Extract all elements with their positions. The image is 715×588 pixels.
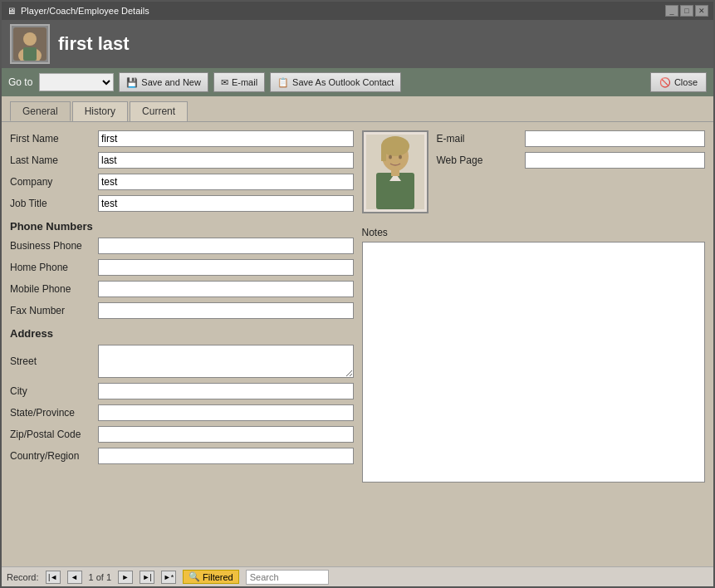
address-title: Address (10, 327, 354, 340)
main-window: 🖥 Player/Coach/Employee Details _ □ ✕ fi… (0, 0, 715, 588)
person-icon (13, 27, 47, 61)
record-prev-button[interactable]: ◄ (67, 571, 82, 584)
email-row: E-mail (437, 130, 706, 147)
notes-textarea[interactable] (362, 242, 706, 483)
city-row: City (10, 383, 354, 399)
email-icon: ✉ (221, 77, 228, 88)
company-input[interactable] (98, 174, 354, 190)
phone-numbers-title: Phone Numbers (10, 220, 354, 233)
header-icon (10, 24, 50, 64)
save-outlook-button[interactable]: 📋 Save As Outlook Contact (270, 72, 401, 92)
goto-label: Go to (8, 76, 32, 88)
mobile-phone-row: Mobile Phone (10, 281, 354, 297)
content-area: First Name Last Name Company Job Title P… (2, 121, 713, 566)
close-window-button[interactable]: ✕ (695, 5, 708, 17)
avatar-image (366, 135, 424, 209)
record-info: 1 of 1 (89, 572, 112, 582)
home-phone-input[interactable] (98, 259, 354, 276)
street-label: Street (10, 355, 93, 367)
close-icon: 🚫 (659, 77, 671, 88)
title-bar-text: Player/Coach/Employee Details (21, 6, 149, 16)
record-first-button[interactable]: |◄ (46, 571, 61, 584)
title-bar: 🖥 Player/Coach/Employee Details _ □ ✕ (2, 2, 713, 20)
country-row: Country/Region (10, 448, 354, 464)
last-name-row: Last Name (10, 152, 354, 169)
tab-bar: General History Current (2, 96, 713, 121)
filtered-badge: 🔍 Filtered (183, 570, 239, 584)
maximize-button[interactable]: □ (680, 5, 693, 17)
zip-row: Zip/Postal Code (10, 426, 354, 443)
email-input[interactable] (525, 130, 706, 147)
notes-label: Notes (362, 227, 706, 238)
record-prefix: Record: (7, 572, 39, 582)
svg-point-1 (23, 32, 37, 46)
web-page-row: Web Page (437, 152, 706, 169)
left-panel: First Name Last Name Company Job Title P… (10, 130, 354, 485)
record-new-button[interactable]: ►* (161, 571, 176, 584)
tab-current[interactable]: Current (130, 101, 188, 121)
web-page-input[interactable] (525, 152, 706, 169)
goto-select[interactable] (39, 73, 114, 91)
email-label: E-mail (437, 133, 520, 145)
web-page-label: Web Page (437, 154, 520, 166)
city-input[interactable] (98, 383, 354, 399)
svg-rect-3 (23, 47, 37, 61)
mobile-phone-label: Mobile Phone (10, 283, 93, 295)
right-top-fields: E-mail Web Page (437, 130, 706, 218)
svg-point-11 (389, 155, 392, 159)
filter-icon: 🔍 (189, 571, 200, 582)
filtered-label: Filtered (203, 572, 233, 582)
title-bar-icon: 🖥 (7, 6, 16, 16)
tab-general[interactable]: General (10, 101, 71, 121)
company-label: Company (10, 176, 93, 188)
business-phone-label: Business Phone (10, 240, 93, 252)
save-new-icon: 💾 (126, 77, 138, 88)
minimize-button[interactable]: _ (665, 5, 678, 17)
right-top: E-mail Web Page (362, 130, 706, 218)
status-bar: Record: |◄ ◄ 1 of 1 ► ►| ►* 🔍 Filtered (2, 566, 713, 586)
fax-number-row: Fax Number (10, 302, 354, 319)
zip-input[interactable] (98, 426, 354, 443)
record-last-button[interactable]: ►| (140, 571, 154, 584)
header-title: first last (58, 33, 705, 55)
first-name-label: First Name (10, 133, 93, 145)
record-next-button[interactable]: ► (118, 571, 133, 584)
job-title-label: Job Title (10, 198, 93, 209)
toolbar: Go to 💾 Save and New ✉ E-mail 📋 Save As … (2, 68, 713, 96)
job-title-input[interactable] (98, 195, 354, 212)
right-panel: E-mail Web Page Notes (362, 130, 706, 485)
home-phone-label: Home Phone (10, 262, 93, 273)
first-name-input[interactable] (98, 130, 354, 147)
home-phone-row: Home Phone (10, 259, 354, 276)
save-outlook-icon: 📋 (277, 77, 289, 88)
svg-rect-10 (391, 169, 399, 176)
save-new-button[interactable]: 💾 Save and New (119, 72, 208, 92)
title-bar-controls: _ □ ✕ (665, 5, 708, 17)
email-button[interactable]: ✉ E-mail (213, 72, 265, 92)
job-title-row: Job Title (10, 195, 354, 212)
zip-label: Zip/Postal Code (10, 429, 93, 440)
tab-history[interactable]: History (72, 101, 128, 121)
street-input[interactable] (98, 345, 354, 378)
country-label: Country/Region (10, 450, 93, 462)
state-row: State/Province (10, 404, 354, 421)
company-row: Company (10, 174, 354, 190)
form-grid: First Name Last Name Company Job Title P… (10, 130, 705, 485)
fax-number-label: Fax Number (10, 305, 93, 316)
fax-number-input[interactable] (98, 302, 354, 319)
search-input[interactable] (246, 570, 329, 585)
photo-box (362, 130, 429, 213)
business-phone-input[interactable] (98, 238, 354, 254)
header-bar: first last (2, 20, 713, 68)
mobile-phone-input[interactable] (98, 281, 354, 297)
street-row: Street (10, 345, 354, 378)
business-phone-row: Business Phone (10, 238, 354, 254)
title-bar-left: 🖥 Player/Coach/Employee Details (7, 6, 149, 16)
state-input[interactable] (98, 404, 354, 421)
svg-rect-7 (381, 146, 386, 161)
city-label: City (10, 385, 93, 397)
last-name-label: Last Name (10, 154, 93, 166)
last-name-input[interactable] (98, 152, 354, 169)
country-input[interactable] (98, 448, 354, 464)
close-button[interactable]: 🚫 Close (650, 72, 707, 92)
